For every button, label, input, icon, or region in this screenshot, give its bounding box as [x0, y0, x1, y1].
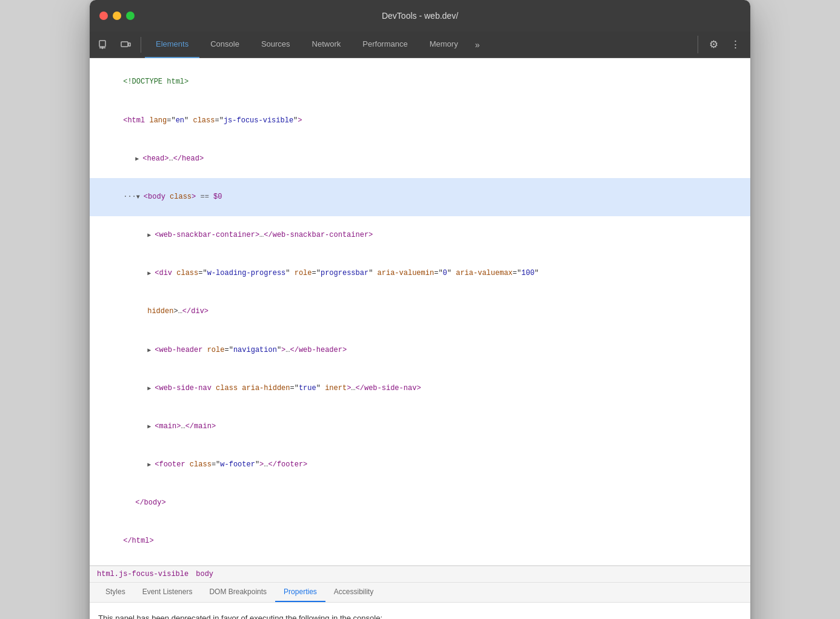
- more-options-button[interactable]: ⋮: [725, 36, 745, 53]
- elements-panel: <!DOCTYPE html> <html lang="en" class="j…: [90, 58, 750, 566]
- tab-elements[interactable]: Elements: [145, 31, 199, 58]
- dom-footer-line[interactable]: ▶ <footer class="w-footer">…</footer>: [90, 446, 750, 484]
- deprecated-message: This panel has been deprecated in favor …: [98, 612, 742, 619]
- dom-snackbar-line[interactable]: ▶ <web-snackbar-container>…</web-snackba…: [90, 216, 750, 254]
- settings-button[interactable]: ⚙: [704, 36, 723, 53]
- svg-rect-0: [99, 41, 105, 47]
- main-tabs: Elements Console Sources Network Perform…: [145, 31, 698, 58]
- toolbar-right-actions: ⚙ ⋮: [698, 36, 745, 53]
- traffic-lights: [99, 12, 135, 20]
- toolbar-icons: [95, 37, 141, 53]
- svg-rect-4: [128, 43, 130, 46]
- tab-properties[interactable]: Properties: [275, 583, 325, 602]
- dom-main-line[interactable]: ▶ <main>…</main>: [90, 408, 750, 446]
- breadcrumb-bar: html.js-focus-visible body: [90, 566, 750, 583]
- dom-html-line[interactable]: <html lang="en" class="js-focus-visible"…: [90, 101, 750, 139]
- breadcrumb-body[interactable]: body: [196, 570, 213, 578]
- device-icon: [120, 39, 131, 50]
- close-button[interactable]: [99, 12, 108, 20]
- inspect-icon: [98, 39, 109, 50]
- bottom-tabs: Styles Event Listeners DOM Breakpoints P…: [90, 583, 750, 603]
- tab-network[interactable]: Network: [301, 31, 352, 58]
- svg-rect-3: [121, 42, 128, 47]
- dom-body-line[interactable]: ···▼ <body class> == $0: [90, 178, 750, 216]
- tab-styles[interactable]: Styles: [97, 583, 134, 602]
- tab-dom-breakpoints[interactable]: DOM Breakpoints: [201, 583, 275, 602]
- devtools-window: DevTools - web.dev/ Elements: [90, 0, 750, 619]
- dom-doctype-line[interactable]: <!DOCTYPE html>: [90, 63, 750, 101]
- tab-console[interactable]: Console: [199, 31, 250, 58]
- window-title: DevTools - web.dev/: [382, 11, 458, 21]
- dom-head-line[interactable]: ▶ <head>…</head>: [90, 139, 750, 177]
- tab-performance[interactable]: Performance: [352, 31, 418, 58]
- minimize-button[interactable]: [113, 12, 121, 20]
- tab-memory[interactable]: Memory: [419, 31, 469, 58]
- dom-loading-hidden-line[interactable]: hidden>…</div>: [90, 293, 750, 331]
- tab-sources[interactable]: Sources: [250, 31, 301, 58]
- device-toolbar-button[interactable]: [116, 37, 135, 53]
- dom-html-close-line[interactable]: </html>: [90, 522, 750, 560]
- dom-web-side-nav-line[interactable]: ▶ <web-side-nav class aria-hidden="true"…: [90, 369, 750, 407]
- devtools-toolbar: Elements Console Sources Network Perform…: [90, 31, 750, 58]
- dom-body-close-line[interactable]: </body>: [90, 484, 750, 522]
- properties-panel: This panel has been deprecated in favor …: [90, 603, 750, 619]
- tab-event-listeners[interactable]: Event Listeners: [134, 583, 201, 602]
- maximize-button[interactable]: [126, 12, 135, 20]
- tab-overflow-button[interactable]: »: [469, 31, 486, 58]
- dom-loading-line[interactable]: ▶ <div class="w-loading-progress" role="…: [90, 254, 750, 293]
- tab-accessibility[interactable]: Accessibility: [325, 583, 382, 602]
- breadcrumb-html[interactable]: html.js-focus-visible: [97, 570, 188, 578]
- inspect-element-button[interactable]: [95, 37, 113, 53]
- titlebar: DevTools - web.dev/: [90, 0, 750, 31]
- dom-web-header-line[interactable]: ▶ <web-header role="navigation">…</web-h…: [90, 331, 750, 369]
